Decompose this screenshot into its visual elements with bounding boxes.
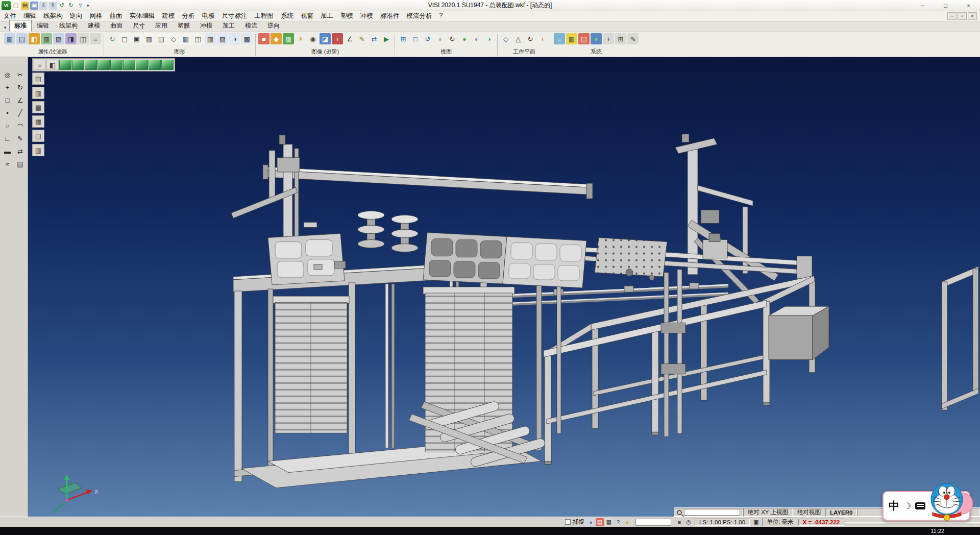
pan-icon[interactable]: +	[434, 33, 446, 44]
cut-icon[interactable]: ✂	[14, 68, 27, 81]
lock-small-icon[interactable]: ▣	[752, 518, 760, 526]
menu-help[interactable]: ?	[436, 11, 447, 21]
print-small-icon[interactable]: ▦	[605, 518, 613, 526]
camera-icon[interactable]: ◉	[307, 33, 318, 44]
open-icon[interactable]: ▤	[21, 2, 29, 10]
absolute-view-indicator[interactable]: 绝对视图	[793, 508, 825, 517]
layers-panel-icon[interactable]: ▥	[32, 87, 44, 99]
point-icon[interactable]: •	[2, 107, 14, 119]
lighting-icon[interactable]: ☀	[295, 33, 306, 44]
ime-toolbar[interactable]: 中 ☽	[883, 491, 970, 521]
mirror-icon[interactable]: ⇄	[14, 145, 27, 157]
material-icon[interactable]: ◆	[271, 33, 282, 44]
palette-small-icon[interactable]: ▤	[596, 518, 604, 526]
menu-die[interactable]: 冲模	[357, 11, 377, 21]
measure-icon[interactable]: ∠	[344, 33, 355, 44]
globe-icon[interactable]: ●	[591, 33, 602, 44]
animation-icon[interactable]: ▶	[381, 33, 392, 44]
compare-icon[interactable]: ⇄	[369, 33, 380, 44]
menu-standard-parts[interactable]: 标准件	[377, 11, 403, 21]
undo-icon[interactable]: ↺	[58, 2, 66, 10]
status-search-input[interactable]	[684, 509, 740, 516]
os-taskbar[interactable]: 11:22	[0, 527, 980, 535]
plot-icon[interactable]: ▨	[217, 33, 228, 44]
attributes-icon[interactable]: ▤	[16, 33, 28, 44]
info-small-icon[interactable]: ●	[623, 518, 631, 526]
target-small-icon[interactable]: ◎	[684, 518, 693, 526]
zoom-window-icon[interactable]: □	[410, 33, 421, 44]
explode-icon[interactable]: +	[332, 33, 343, 44]
new-file-icon[interactable]: ▢	[12, 2, 20, 10]
palette-icon[interactable]: ▤	[578, 33, 590, 44]
tab-machining[interactable]: 加工	[217, 20, 240, 32]
gallery-icon[interactable]: ▩	[241, 33, 253, 44]
isolate-icon[interactable]: ◫	[78, 33, 89, 44]
view-iso-icon[interactable]	[59, 60, 71, 70]
mdi-restore-button[interactable]: ▫	[958, 12, 967, 20]
moon-icon[interactable]: ☽	[903, 501, 911, 512]
offset-icon[interactable]: ≈	[2, 158, 14, 170]
select-window-icon[interactable]: □	[2, 94, 14, 106]
maximize-button[interactable]: □	[934, 0, 957, 11]
profile-icon[interactable]: ◇	[168, 33, 179, 44]
snap-checkbox[interactable]	[565, 519, 571, 525]
regen-icon[interactable]: ↻	[107, 33, 118, 44]
view-back-icon[interactable]	[97, 60, 110, 70]
view-bottom-icon[interactable]	[136, 60, 148, 70]
model-tree-panel-icon[interactable]: ▤	[32, 72, 44, 85]
tab-reverse[interactable]: 逆向	[262, 20, 285, 32]
list-small-icon[interactable]: ≡	[675, 518, 683, 526]
entity-filter-icon[interactable]: ▧	[53, 33, 64, 44]
info-panel-icon[interactable]: ▥	[32, 144, 44, 156]
viewport-menu-icon[interactable]: ≡	[34, 60, 46, 70]
grid-icon[interactable]: ▦	[566, 33, 577, 44]
tab-standard[interactable]: 标准	[9, 20, 32, 32]
arc-icon[interactable]: ◠	[14, 119, 27, 132]
tab-modeling[interactable]: 建模	[83, 20, 105, 32]
sphere-half-icon[interactable]: ◑	[483, 33, 495, 44]
active-layer-indicator[interactable]: LAYER0	[825, 508, 857, 517]
status-command-input[interactable]	[635, 519, 671, 526]
workplane-origin-icon[interactable]: +	[537, 33, 548, 44]
properties-icon[interactable]: ≡	[90, 33, 101, 44]
tab-surface[interactable]: 曲面	[105, 20, 128, 32]
select-filter-icon[interactable]: ▦	[4, 33, 15, 44]
pencil-icon[interactable]: ✎	[14, 132, 27, 144]
zoom-view-icon[interactable]: ◎	[2, 68, 14, 81]
color-filter-icon[interactable]: ◧	[29, 33, 40, 44]
view-mode-indicator[interactable]: 绝对 XY 上视图	[743, 508, 793, 517]
eraser-icon[interactable]: ▬	[2, 145, 14, 157]
view-iso-back-icon[interactable]	[149, 60, 161, 70]
section-icon[interactable]: ◪	[320, 33, 331, 44]
mdi-close-button[interactable]: ×	[968, 12, 977, 20]
entity-db-icon[interactable]: ▤	[156, 33, 167, 44]
viewport-3d[interactable]: X ≡◧ ▤▥▤▦▤▥ 绝对 XY 上视图 绝对视图 LAYER0	[28, 57, 980, 517]
tab-wireframe[interactable]: 线架构	[54, 20, 83, 32]
layers-icon[interactable]: ▤	[14, 158, 27, 170]
help-small-icon[interactable]: ?	[614, 518, 622, 526]
wcs-panel-icon[interactable]: ▤	[32, 130, 44, 142]
view-left-icon[interactable]	[110, 60, 122, 70]
view-axonometric-icon[interactable]	[161, 60, 174, 70]
save-icon[interactable]: ▣	[30, 2, 38, 10]
workplane-icon[interactable]: ◇	[500, 33, 511, 44]
workplane-rotate-icon[interactable]: ↻	[525, 33, 536, 44]
view-top-icon[interactable]	[72, 60, 84, 70]
menu-flow-analysis[interactable]: 模流分析	[403, 11, 436, 21]
settings-icon[interactable]: ≡	[554, 33, 565, 44]
qat-dropdown-icon[interactable]: ▾	[85, 3, 91, 8]
sphere-wire-icon[interactable]: ◐	[471, 33, 482, 44]
tab-die[interactable]: 冲模	[195, 20, 217, 32]
menu-window[interactable]: 视窗	[297, 11, 317, 21]
shaded-icon[interactable]: ▣	[131, 33, 142, 44]
ribbon-dropdown-icon[interactable]: ▾	[1, 23, 9, 32]
measure-distance-icon[interactable]: ∠	[14, 94, 27, 106]
tab-dimension[interactable]: 尺寸	[128, 20, 150, 32]
selection-panel-icon[interactable]: ▦	[32, 115, 44, 128]
menu-machining[interactable]: 加工	[317, 11, 337, 21]
tab-flow[interactable]: 模流	[240, 20, 262, 32]
ime-language-indicator[interactable]: 中	[889, 499, 899, 513]
line-icon[interactable]: ╱	[14, 107, 27, 119]
section-list-icon[interactable]: ▦	[180, 33, 191, 44]
calculator-icon[interactable]: ⊞	[615, 33, 626, 44]
